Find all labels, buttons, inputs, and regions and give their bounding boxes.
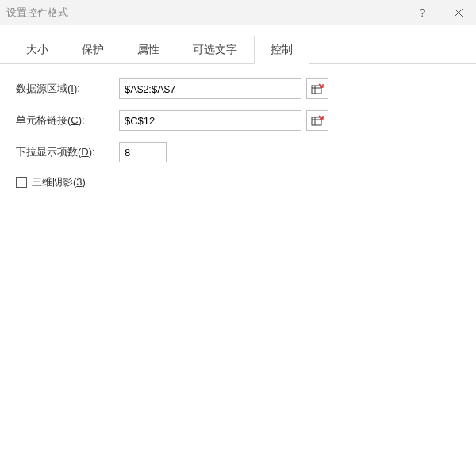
- label-text: 下拉显示项数(: [16, 146, 81, 158]
- input-wrap: [119, 110, 328, 131]
- source-range-row: 数据源区域(I):: [16, 78, 460, 99]
- label-text: 单元格链接(: [16, 114, 71, 126]
- label-text: ):: [79, 114, 85, 126]
- input-wrap: [119, 78, 328, 99]
- range-picker-icon: [311, 82, 324, 95]
- cell-link-input[interactable]: [119, 110, 301, 131]
- source-range-input[interactable]: [119, 78, 301, 99]
- close-icon: [454, 8, 463, 17]
- label-text: ):: [74, 82, 80, 94]
- shadow-row: 三维阴影(3): [16, 175, 460, 189]
- label-accel: C: [71, 114, 78, 126]
- label-accel: 3: [76, 176, 82, 188]
- cell-link-row: 单元格链接(C):: [16, 110, 460, 131]
- label-accel: D: [81, 146, 88, 158]
- label-text: 三维阴影(: [32, 176, 76, 188]
- dropdown-lines-label: 下拉显示项数(D):: [16, 145, 119, 159]
- dropdown-lines-input[interactable]: [119, 142, 167, 162]
- cell-link-picker-button[interactable]: [306, 110, 328, 131]
- tab-content: 数据源区域(I): 单元格链接(C):: [0, 64, 476, 204]
- tab-alt-text[interactable]: 可选文字: [176, 36, 254, 64]
- label-text: ): [83, 176, 86, 188]
- titlebar: 设置控件格式 ?: [0, 0, 476, 25]
- dropdown-lines-row: 下拉显示项数(D):: [16, 142, 460, 162]
- source-range-label: 数据源区域(I):: [16, 82, 119, 96]
- shadow-checkbox[interactable]: [16, 177, 27, 188]
- tab-control[interactable]: 控制: [254, 36, 309, 64]
- input-wrap: [119, 142, 167, 162]
- source-range-picker-button[interactable]: [306, 78, 328, 99]
- tab-protect[interactable]: 保护: [65, 36, 121, 64]
- shadow-label: 三维阴影(3): [32, 175, 86, 189]
- close-button[interactable]: [440, 0, 476, 25]
- label-text: 数据源区域(: [16, 82, 71, 94]
- cell-link-label: 单元格链接(C):: [16, 113, 119, 128]
- tabs: 大小 保护 属性 可选文字 控制: [0, 25, 476, 64]
- range-picker-icon: [311, 114, 324, 127]
- tab-properties[interactable]: 属性: [121, 36, 176, 64]
- label-text: ):: [89, 146, 95, 158]
- help-button[interactable]: ?: [405, 0, 440, 25]
- window-title: 设置控件格式: [6, 6, 405, 20]
- tab-size[interactable]: 大小: [10, 36, 65, 64]
